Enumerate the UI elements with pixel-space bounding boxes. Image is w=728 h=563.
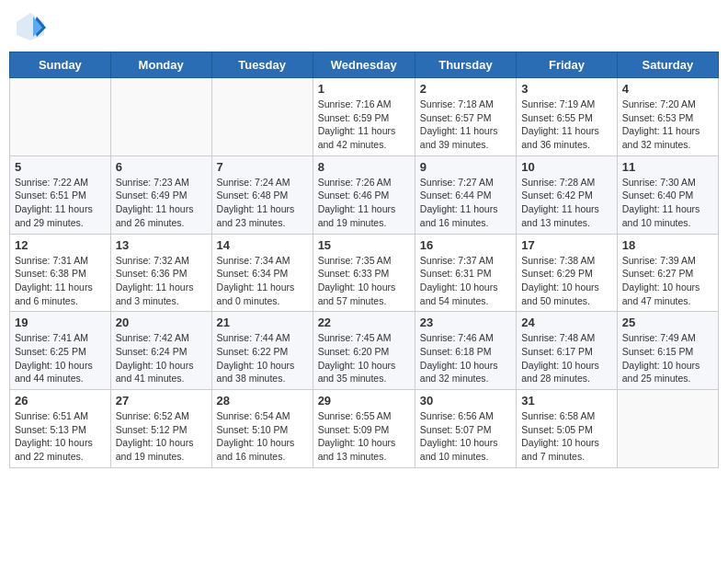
day-info: Sunrise: 7:37 AM Sunset: 6:31 PM Dayligh… xyxy=(420,254,511,308)
day-info: Sunrise: 7:30 AM Sunset: 6:40 PM Dayligh… xyxy=(622,176,713,230)
day-number: 18 xyxy=(622,238,713,252)
day-info: Sunrise: 7:22 AM Sunset: 6:51 PM Dayligh… xyxy=(15,176,106,230)
day-number: 20 xyxy=(116,316,207,329)
day-number: 9 xyxy=(420,160,511,174)
day-info: Sunrise: 7:31 AM Sunset: 6:38 PM Dayligh… xyxy=(15,254,106,308)
calendar-week-4: 19Sunrise: 7:41 AM Sunset: 6:25 PM Dayli… xyxy=(10,312,719,390)
day-header-thursday: Thursday xyxy=(415,52,516,78)
day-info: Sunrise: 7:23 AM Sunset: 6:49 PM Dayligh… xyxy=(116,176,207,230)
logo xyxy=(13,9,50,44)
calendar-cell: 25Sunrise: 7:49 AM Sunset: 6:15 PM Dayli… xyxy=(617,312,718,390)
calendar-cell: 22Sunrise: 7:45 AM Sunset: 6:20 PM Dayli… xyxy=(313,312,415,390)
day-info: Sunrise: 7:18 AM Sunset: 6:57 PM Dayligh… xyxy=(420,98,511,152)
day-info: Sunrise: 6:52 AM Sunset: 5:12 PM Dayligh… xyxy=(116,409,207,464)
day-number: 24 xyxy=(521,316,612,329)
calendar-cell: 5Sunrise: 7:22 AM Sunset: 6:51 PM Daylig… xyxy=(10,155,111,234)
day-info: Sunrise: 7:32 AM Sunset: 6:36 PM Dayligh… xyxy=(116,254,207,308)
day-number: 29 xyxy=(318,394,410,408)
day-number: 8 xyxy=(318,160,410,174)
day-number: 30 xyxy=(420,394,511,408)
day-number: 19 xyxy=(15,316,106,329)
calendar-cell: 2Sunrise: 7:18 AM Sunset: 6:57 PM Daylig… xyxy=(415,78,516,156)
day-number: 27 xyxy=(116,394,207,408)
calendar-cell: 11Sunrise: 7:30 AM Sunset: 6:40 PM Dayli… xyxy=(617,155,718,234)
day-info: Sunrise: 6:55 AM Sunset: 5:09 PM Dayligh… xyxy=(318,409,410,464)
day-number: 6 xyxy=(116,160,207,174)
day-info: Sunrise: 7:27 AM Sunset: 6:44 PM Dayligh… xyxy=(420,176,511,230)
day-number: 31 xyxy=(521,394,612,408)
calendar-table: SundayMondayTuesdayWednesdayThursdayFrid… xyxy=(9,52,719,468)
calendar-week-3: 12Sunrise: 7:31 AM Sunset: 6:38 PM Dayli… xyxy=(10,234,719,312)
calendar-week-2: 5Sunrise: 7:22 AM Sunset: 6:51 PM Daylig… xyxy=(10,155,719,234)
calendar-cell xyxy=(617,390,718,468)
day-info: Sunrise: 6:56 AM Sunset: 5:07 PM Dayligh… xyxy=(420,409,511,464)
calendar-cell: 29Sunrise: 6:55 AM Sunset: 5:09 PM Dayli… xyxy=(313,390,415,468)
day-info: Sunrise: 7:49 AM Sunset: 6:15 PM Dayligh… xyxy=(622,331,713,385)
day-info: Sunrise: 7:16 AM Sunset: 6:59 PM Dayligh… xyxy=(318,98,410,152)
calendar-cell: 18Sunrise: 7:39 AM Sunset: 6:27 PM Dayli… xyxy=(617,234,718,312)
day-header-friday: Friday xyxy=(517,52,618,78)
day-number: 22 xyxy=(318,316,410,329)
day-number: 28 xyxy=(217,394,308,408)
day-number: 12 xyxy=(15,238,106,252)
day-number: 16 xyxy=(420,238,511,252)
day-info: Sunrise: 7:28 AM Sunset: 6:42 PM Dayligh… xyxy=(521,176,612,230)
calendar-week-5: 26Sunrise: 6:51 AM Sunset: 5:13 PM Dayli… xyxy=(10,390,719,468)
day-number: 14 xyxy=(217,238,308,252)
day-header-tuesday: Tuesday xyxy=(211,52,313,78)
day-info: Sunrise: 6:51 AM Sunset: 5:13 PM Dayligh… xyxy=(15,409,106,464)
day-number: 25 xyxy=(622,316,713,329)
day-info: Sunrise: 7:46 AM Sunset: 6:18 PM Dayligh… xyxy=(420,331,511,385)
day-info: Sunrise: 7:19 AM Sunset: 6:55 PM Dayligh… xyxy=(521,98,612,152)
calendar-cell: 1Sunrise: 7:16 AM Sunset: 6:59 PM Daylig… xyxy=(313,78,415,156)
day-info: Sunrise: 7:45 AM Sunset: 6:20 PM Dayligh… xyxy=(318,331,410,385)
calendar-cell: 20Sunrise: 7:42 AM Sunset: 6:24 PM Dayli… xyxy=(110,312,211,390)
calendar-cell: 6Sunrise: 7:23 AM Sunset: 6:49 PM Daylig… xyxy=(110,155,211,234)
calendar-cell: 17Sunrise: 7:38 AM Sunset: 6:29 PM Dayli… xyxy=(517,234,618,312)
day-number: 10 xyxy=(521,160,612,174)
day-number: 2 xyxy=(420,82,511,96)
day-number: 17 xyxy=(521,238,612,252)
calendar-week-1: 1Sunrise: 7:16 AM Sunset: 6:59 PM Daylig… xyxy=(10,78,719,156)
day-number: 15 xyxy=(318,238,410,252)
day-info: Sunrise: 7:41 AM Sunset: 6:25 PM Dayligh… xyxy=(15,331,106,385)
day-header-saturday: Saturday xyxy=(617,52,718,78)
calendar-cell: 13Sunrise: 7:32 AM Sunset: 6:36 PM Dayli… xyxy=(110,234,211,312)
day-info: Sunrise: 7:34 AM Sunset: 6:34 PM Dayligh… xyxy=(217,254,308,308)
day-info: Sunrise: 6:58 AM Sunset: 5:05 PM Dayligh… xyxy=(521,409,612,464)
calendar-cell: 12Sunrise: 7:31 AM Sunset: 6:38 PM Dayli… xyxy=(10,234,111,312)
day-info: Sunrise: 7:38 AM Sunset: 6:29 PM Dayligh… xyxy=(521,254,612,308)
day-info: Sunrise: 7:35 AM Sunset: 6:33 PM Dayligh… xyxy=(318,254,410,308)
day-number: 13 xyxy=(116,238,207,252)
calendar-cell: 27Sunrise: 6:52 AM Sunset: 5:12 PM Dayli… xyxy=(110,390,211,468)
logo-icon xyxy=(13,9,48,44)
day-header-sunday: Sunday xyxy=(10,52,111,78)
calendar-cell: 7Sunrise: 7:24 AM Sunset: 6:48 PM Daylig… xyxy=(211,155,313,234)
calendar-cell: 8Sunrise: 7:26 AM Sunset: 6:46 PM Daylig… xyxy=(313,155,415,234)
calendar-cell: 3Sunrise: 7:19 AM Sunset: 6:55 PM Daylig… xyxy=(517,78,618,156)
day-header-wednesday: Wednesday xyxy=(313,52,415,78)
calendar-cell: 19Sunrise: 7:41 AM Sunset: 6:25 PM Dayli… xyxy=(10,312,111,390)
calendar-cell: 23Sunrise: 7:46 AM Sunset: 6:18 PM Dayli… xyxy=(415,312,516,390)
day-info: Sunrise: 6:54 AM Sunset: 5:10 PM Dayligh… xyxy=(217,409,308,464)
day-info: Sunrise: 7:39 AM Sunset: 6:27 PM Dayligh… xyxy=(622,254,713,308)
day-number: 5 xyxy=(15,160,106,174)
calendar-cell xyxy=(10,78,111,156)
day-info: Sunrise: 7:24 AM Sunset: 6:48 PM Dayligh… xyxy=(217,176,308,230)
calendar-cell xyxy=(110,78,211,156)
calendar-cell: 10Sunrise: 7:28 AM Sunset: 6:42 PM Dayli… xyxy=(517,155,618,234)
day-number: 26 xyxy=(15,394,106,408)
calendar-cell: 15Sunrise: 7:35 AM Sunset: 6:33 PM Dayli… xyxy=(313,234,415,312)
day-number: 21 xyxy=(217,316,308,329)
day-number: 7 xyxy=(217,160,308,174)
calendar-cell: 14Sunrise: 7:34 AM Sunset: 6:34 PM Dayli… xyxy=(211,234,313,312)
day-number: 11 xyxy=(622,160,713,174)
day-info: Sunrise: 7:42 AM Sunset: 6:24 PM Dayligh… xyxy=(116,331,207,385)
day-number: 4 xyxy=(622,82,713,96)
calendar-cell: 9Sunrise: 7:27 AM Sunset: 6:44 PM Daylig… xyxy=(415,155,516,234)
calendar-cell: 28Sunrise: 6:54 AM Sunset: 5:10 PM Dayli… xyxy=(211,390,313,468)
day-info: Sunrise: 7:44 AM Sunset: 6:22 PM Dayligh… xyxy=(217,331,308,385)
day-info: Sunrise: 7:20 AM Sunset: 6:53 PM Dayligh… xyxy=(622,98,713,152)
calendar-cell: 26Sunrise: 6:51 AM Sunset: 5:13 PM Dayli… xyxy=(10,390,111,468)
calendar-cell xyxy=(211,78,313,156)
